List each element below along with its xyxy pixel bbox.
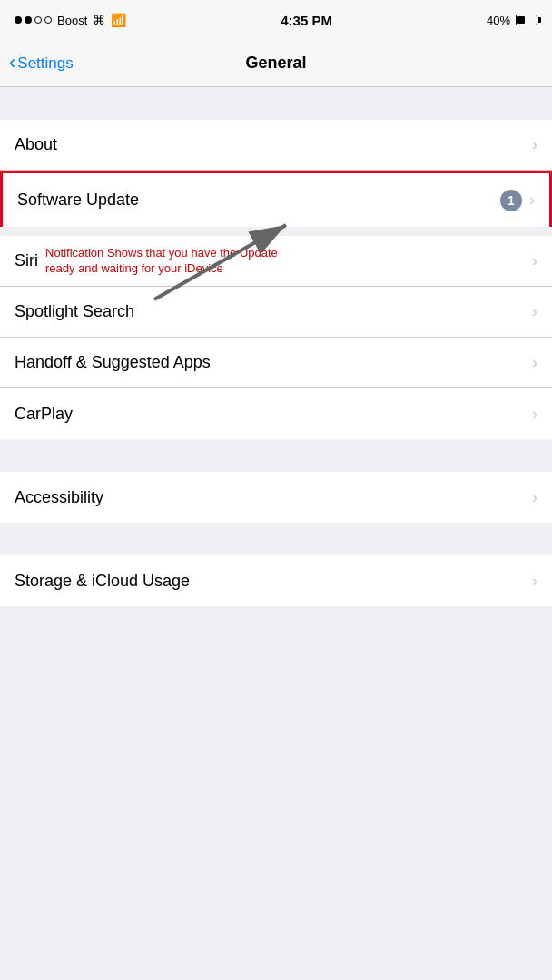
accessibility-right: ›	[532, 488, 537, 507]
section-separator-top	[0, 87, 552, 120]
about-label: About	[15, 135, 57, 154]
inter-group-gap	[0, 227, 552, 236]
handoff-chevron-icon: ›	[532, 353, 537, 372]
status-time: 4:35 PM	[281, 13, 332, 28]
storage-left: Storage & iCloud Usage	[15, 572, 532, 591]
software-update-label: Software Update	[17, 191, 139, 210]
siri-label: Siri	[15, 251, 38, 270]
siri-row[interactable]: Siri Notification Shows that you have th…	[0, 236, 552, 287]
software-update-right: 1 ›	[500, 190, 535, 211]
about-right: ›	[532, 135, 537, 154]
carrier-name: Boost	[57, 14, 87, 27]
status-right: 40%	[487, 14, 537, 27]
carplay-row[interactable]: CarPlay ›	[0, 388, 552, 439]
accessibility-label: Accessibility	[15, 488, 104, 507]
accessibility-chevron-icon: ›	[532, 488, 537, 507]
carplay-left: CarPlay	[15, 405, 532, 424]
signal-dot-3	[34, 16, 42, 24]
software-update-row[interactable]: Software Update 1 ›	[0, 171, 552, 227]
battery-icon	[516, 15, 537, 25]
about-chevron-icon: ›	[532, 135, 537, 154]
update-badge: 1	[500, 190, 522, 211]
spotlight-search-row[interactable]: Spotlight Search ›	[0, 287, 552, 338]
signal-dot-4	[44, 16, 52, 24]
storage-chevron-icon: ›	[532, 572, 537, 591]
storage-label: Storage & iCloud Usage	[15, 572, 190, 591]
spotlight-right: ›	[532, 302, 537, 321]
handoff-row[interactable]: Handoff & Suggested Apps ›	[0, 338, 552, 388]
carplay-right: ›	[532, 405, 537, 424]
about-row[interactable]: About ›	[0, 120, 552, 171]
handoff-left: Handoff & Suggested Apps	[15, 353, 532, 372]
back-chevron-icon: ‹	[9, 51, 15, 74]
section-separator-3	[0, 523, 552, 555]
section-separator-2	[0, 439, 552, 472]
accessibility-left: Accessibility	[15, 488, 532, 507]
about-left: About	[15, 135, 532, 154]
settings-group-2: Siri Notification Shows that you have th…	[0, 236, 552, 439]
status-bar: Boost ⌘︎ 📶 4:35 PM 40%	[0, 0, 552, 40]
spotlight-label: Spotlight Search	[15, 302, 134, 321]
battery-percent: 40%	[487, 14, 510, 27]
battery-shape	[516, 15, 537, 25]
spotlight-chevron-icon: ›	[532, 302, 537, 321]
spotlight-left: Spotlight Search	[15, 302, 532, 321]
handoff-right: ›	[532, 353, 537, 372]
handoff-label: Handoff & Suggested Apps	[15, 353, 211, 372]
page-title: General	[245, 54, 306, 73]
settings-group-3: Accessibility ›	[0, 472, 552, 523]
battery-fill	[518, 16, 525, 24]
storage-right: ›	[532, 572, 537, 591]
signal-strength	[15, 16, 52, 24]
siri-right: ›	[532, 251, 537, 270]
back-button[interactable]: ‹ Settings	[9, 52, 74, 74]
carplay-chevron-icon: ›	[532, 405, 537, 424]
signal-dot-1	[15, 16, 22, 24]
siri-annotation-text: Notification Shows that you have the Upd…	[45, 246, 281, 277]
software-update-chevron-icon: ›	[529, 191, 535, 210]
accessibility-row[interactable]: Accessibility ›	[0, 472, 552, 523]
software-update-left: Software Update	[17, 191, 500, 210]
wifi-symbol: 📶	[111, 13, 126, 27]
settings-group-4: Storage & iCloud Usage ›	[0, 555, 552, 606]
status-left: Boost ⌘︎ 📶	[15, 13, 126, 27]
nav-bar: ‹ Settings General	[0, 40, 552, 87]
siri-chevron-icon: ›	[532, 251, 537, 270]
storage-row[interactable]: Storage & iCloud Usage ›	[0, 555, 552, 606]
back-label: Settings	[17, 54, 73, 73]
signal-dot-2	[25, 16, 32, 24]
carplay-label: CarPlay	[15, 405, 73, 424]
settings-group-1: About › Software Update 1 ›	[0, 120, 552, 227]
siri-left: Siri Notification Shows that you have th…	[15, 246, 532, 277]
wifi-icon: ⌘︎	[93, 13, 105, 27]
